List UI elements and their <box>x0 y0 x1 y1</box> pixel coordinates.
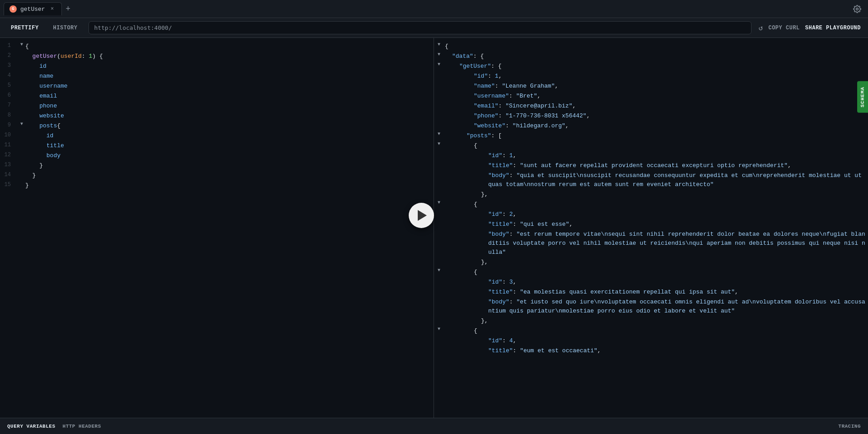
prettify-button[interactable]: PRETTIFY <box>7 23 42 33</box>
tab-label: getUser <box>20 6 45 13</box>
json-line-post2-close: }, <box>434 257 868 267</box>
json-line-post4-title: "title": "eum et est occaecati", <box>434 346 868 356</box>
line-content-5: username <box>25 82 434 91</box>
json-line-post2-id: "id": 2, <box>434 210 868 219</box>
play-icon <box>418 210 427 221</box>
schema-sidebar-button[interactable]: SCHEMA <box>857 81 868 113</box>
json-website-value: "website": "hildegard.org", <box>445 121 868 131</box>
line-content-6: email <box>25 92 434 101</box>
line-content-11: title <box>25 141 434 150</box>
json-getuser-key: "getUser": { <box>445 62 868 71</box>
code-line-2: 2 getUser(userId: 1) { <box>0 51 434 61</box>
json-line-getuser: ▼ "getUser": { <box>434 61 868 71</box>
new-tab-button[interactable]: + <box>62 3 75 15</box>
line-num-15: 15 <box>0 181 18 188</box>
code-line-10: 10 id <box>0 131 434 141</box>
query-variables-tab[interactable]: QUERY VARIABLES <box>7 424 56 429</box>
json-line-post3-close: }, <box>434 316 868 326</box>
line-content-10: id <box>25 131 434 140</box>
line-num-7: 7 <box>0 102 18 108</box>
json-toggle-data[interactable]: ▼ <box>438 52 445 57</box>
copy-curl-button[interactable]: COPY CURL <box>768 25 799 31</box>
line-num-5: 5 <box>0 82 18 89</box>
collapse-toggle-9[interactable]: ▼ <box>18 121 25 126</box>
tab-bar: G getUser × + <box>0 0 868 18</box>
tab-close-button[interactable]: × <box>49 5 56 13</box>
json-line-phone: "phone": "1-770-736-8031 x56442", <box>434 111 868 121</box>
json-line-post2-body: "body": "est rerum tempore vitae\nsequi … <box>434 229 868 257</box>
json-post1-id-value: "id": 1, <box>445 151 868 160</box>
line-num-13: 13 <box>0 161 18 168</box>
line-num-4: 4 <box>0 72 18 79</box>
line-content-13: } <box>25 161 434 170</box>
json-username-value: "username": "Bret", <box>445 92 868 101</box>
json-line-post3-body: "body": "et iusto sed quo iure\nvoluptat… <box>434 297 868 316</box>
line-content-12: body <box>25 151 434 160</box>
json-post3-title-value: "title": "ea molestias quasi exercitatio… <box>445 288 868 297</box>
code-line-6: 6 email <box>0 91 434 101</box>
line-num-2: 2 <box>0 52 18 59</box>
json-toggle-posts[interactable]: ▼ <box>438 131 445 136</box>
json-post1-close-brace: }, <box>445 190 868 199</box>
history-button[interactable]: HISTORY <box>50 23 81 33</box>
settings-button[interactable] <box>850 2 864 16</box>
json-post2-id-value: "id": 2, <box>445 210 868 219</box>
response-panel: ▼ { ▼ "data": { ▼ "getUser": { "id": 1, … <box>434 38 868 418</box>
json-line-post3-title: "title": "ea molestias quasi exercitatio… <box>434 287 868 297</box>
json-line-post1-title: "title": "sunt aut facere repellat provi… <box>434 161 868 171</box>
query-panel: 1 ▼ { 2 getUser(userId: 1) { 3 id 4 name <box>0 38 434 418</box>
json-line-post1-close: }, <box>434 190 868 200</box>
line-content-3: id <box>25 62 434 71</box>
line-num-3: 3 <box>0 62 18 69</box>
bottom-bar: QUERY VARIABLES HTTP HEADERS TRACING <box>0 418 868 434</box>
json-line-post1-body: "body": "quia et suscipit\nsuscipit recu… <box>434 171 868 190</box>
url-input[interactable] <box>89 21 751 34</box>
tab-getuser[interactable]: G getUser × <box>4 2 62 15</box>
json-toggle-post2[interactable]: ▼ <box>438 200 445 205</box>
run-button[interactable] <box>409 203 434 228</box>
share-playground-button[interactable]: SHARE PLAYGROUND <box>805 25 861 31</box>
json-name-value: "name": "Leanne Graham", <box>445 82 868 91</box>
code-line-15: 15 } <box>0 181 434 191</box>
json-phone-value: "phone": "1-770-736-8031 x56442", <box>445 112 868 121</box>
json-root-brace: { <box>445 42 868 51</box>
json-line-data: ▼ "data": { <box>434 51 868 61</box>
json-post1-title-value: "title": "sunt aut facere repellat provi… <box>445 161 868 170</box>
line-num-6: 6 <box>0 92 18 98</box>
json-data-key: "data": { <box>445 52 868 61</box>
json-toggle-post3[interactable]: ▼ <box>438 268 445 273</box>
json-id-value: "id": 1, <box>445 72 868 81</box>
toolbar: PRETTIFY HISTORY ↺ COPY CURL SHARE PLAYG… <box>0 18 868 38</box>
line-content-15: } <box>25 181 434 190</box>
code-line-14: 14 } <box>0 171 434 181</box>
code-line-5: 5 username <box>0 81 434 91</box>
code-line-12: 12 body <box>0 151 434 161</box>
refresh-button[interactable]: ↺ <box>759 23 763 33</box>
code-line-13: 13 } <box>0 161 434 171</box>
tracing-button[interactable]: TRACING <box>838 424 861 429</box>
json-toggle-root[interactable]: ▼ <box>438 42 445 47</box>
code-line-8: 8 website <box>0 111 434 121</box>
json-post2-open-brace: { <box>445 200 868 209</box>
json-toggle-post1[interactable]: ▼ <box>438 141 445 146</box>
code-editor[interactable]: 1 ▼ { 2 getUser(userId: 1) { 3 id 4 name <box>0 38 434 194</box>
http-headers-tab[interactable]: HTTP HEADERS <box>63 424 101 429</box>
json-line-website: "website": "hildegard.org", <box>434 121 868 131</box>
json-post2-title-value: "title": "qui est esse", <box>445 220 868 229</box>
tab-icon: G <box>9 5 17 13</box>
json-post2-body-value: "body": "est rerum tempore vitae\nsequi … <box>445 230 868 257</box>
json-post1-open-brace: { <box>445 141 868 150</box>
json-line-email: "email": "Sincere@april.biz", <box>434 101 868 111</box>
line-content-9: posts{ <box>25 121 434 131</box>
json-toggle-post4[interactable]: ▼ <box>438 327 445 331</box>
json-post3-open-brace: { <box>445 268 868 277</box>
json-line-username: "username": "Bret", <box>434 91 868 101</box>
line-num-9: 9 <box>0 121 18 128</box>
code-line-1: 1 ▼ { <box>0 42 434 51</box>
json-toggle-getuser[interactable]: ▼ <box>438 62 445 67</box>
json-line-post3-open: ▼ { <box>434 267 868 277</box>
line-num-12: 12 <box>0 151 18 158</box>
json-post3-close-brace: }, <box>445 317 868 326</box>
collapse-toggle-1[interactable]: ▼ <box>18 42 25 47</box>
json-post3-id-value: "id": 3, <box>445 278 868 287</box>
